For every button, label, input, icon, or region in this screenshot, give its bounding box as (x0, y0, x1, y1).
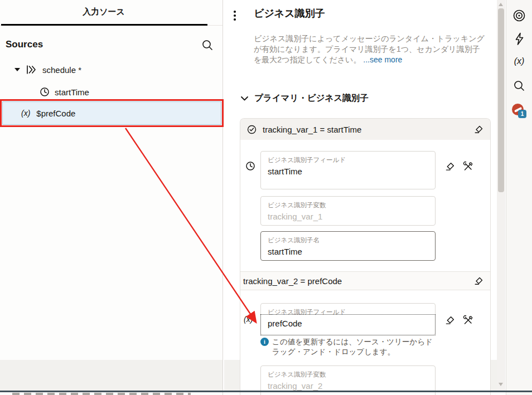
tracker1-header-label: tracking_var_1 = startTime (263, 125, 361, 134)
left-tab-bar: 入力ソース (0, 0, 223, 26)
tracker1-variable-label: ビジネス識別子変数 (268, 201, 428, 209)
chevron-down-icon (241, 96, 248, 101)
tracker1-name-label: ビジネス識別子名 (268, 236, 428, 245)
drag-drop-info-text: この値を更新するには、ソース・ツリーからドラッグ・アンド・ドロップします。 (272, 337, 436, 357)
sources-header: Sources (0, 37, 223, 53)
tree-item-prefcode-label: $prefCode (36, 109, 75, 118)
scrollbar-thumb[interactable] (498, 8, 504, 192)
tracker2-header: tracking_var_2 = prefCode (240, 271, 490, 290)
tree-item-starttime[interactable]: startTime (40, 85, 89, 99)
see-more-link[interactable]: ...see more (363, 55, 402, 64)
bottom-divider (0, 391, 532, 392)
primary-identifier-section-header[interactable]: プライマリ・ビジネス識別子 (241, 92, 369, 104)
tab-input-sources-label: 入力ソース (83, 7, 125, 17)
info-icon: i (260, 338, 269, 346)
tracker1-variable-input[interactable]: ビジネス識別子変数 tracking_var_1 (260, 196, 436, 226)
business-identifier-panel: ビジネス識別子 ビジネス識別子によってメッセージのランタイム・トラッキングが有効… (224, 0, 497, 395)
tracker2-header-label: tracking_var_2 = prefCode (243, 276, 342, 286)
expression-icon: (x) (244, 315, 253, 324)
input-sources-panel: 入力ソース Sources schedule * startTime (x) $… (0, 0, 223, 395)
check-circle-icon (247, 125, 257, 134)
scroll-up-icon[interactable] (499, 3, 503, 6)
tracker1-name-value: startTime (268, 247, 428, 256)
expression-icon: (x) (21, 109, 30, 118)
left-panel-footer-area (0, 360, 223, 391)
clipped-bottom-text (12, 393, 191, 395)
tracker2-variable-value: tracking_var_2 (268, 381, 428, 391)
eraser-icon[interactable] (473, 125, 483, 134)
tracker2-actions (444, 315, 473, 326)
panel-title: ビジネス識別子 (254, 7, 325, 20)
tree-item-prefcode[interactable]: (x) $prefCode (2, 101, 221, 125)
tree-item-starttime-label: startTime (55, 87, 89, 97)
scroll-down-icon[interactable] (499, 383, 503, 386)
lightning-icon[interactable] (506, 32, 532, 46)
tracker2-variable-label: ビジネス識別子変数 (268, 370, 428, 379)
schedule-icon (25, 65, 37, 75)
expression-icon[interactable]: (x) (506, 56, 532, 66)
eraser-icon[interactable] (444, 162, 455, 172)
tools-icon[interactable] (462, 315, 473, 326)
error-count-badge: 1 (518, 110, 526, 118)
sources-title: Sources (6, 39, 43, 50)
expand-caret-icon[interactable] (14, 68, 20, 71)
panel-scrollbar[interactable] (497, 0, 505, 391)
tracker1-field-label: ビジネス識別子フィールド (268, 156, 428, 164)
expression-glyph: (x) (514, 56, 525, 66)
clock-icon (40, 87, 50, 97)
drag-drop-info-note: i この値を更新するには、ソース・ツリーからドラッグ・アンド・ドロップします。 (260, 337, 436, 357)
tracker1-header: tracking_var_1 = startTime (240, 119, 490, 140)
tracker1-actions (444, 161, 473, 172)
search-icon[interactable] (506, 80, 532, 92)
right-icon-rail: (x) 1 (506, 0, 532, 395)
active-tab-indicator (1, 24, 207, 26)
drop-target-outline (260, 314, 436, 335)
clock-icon (245, 161, 255, 171)
panel-menu-button[interactable] (229, 9, 240, 24)
annotation-highlight-box: (x) $prefCode (0, 99, 224, 127)
tree-item-schedule[interactable]: schedule * (14, 62, 81, 77)
eraser-icon[interactable] (473, 276, 483, 286)
tree-item-schedule-label: schedule * (42, 65, 81, 75)
tracker1-name-input[interactable]: ビジネス識別子名 startTime (260, 231, 436, 261)
tracker2-field-droptarget[interactable]: ビジネス識別子フィールド prefCode (260, 303, 436, 335)
target-icon[interactable] (506, 8, 532, 23)
identifiers-card: tracking_var_1 = startTime ビジネス識別子フィールド … (240, 118, 491, 395)
tracker1-field-input[interactable]: ビジネス識別子フィールド startTime (260, 151, 436, 189)
tools-icon[interactable] (462, 161, 473, 172)
tracker1-variable-value: tracking_var_1 (268, 212, 428, 221)
eraser-icon[interactable] (444, 315, 455, 325)
panel-description: ビジネス識別子によってメッセージのランタイム・トラッキングが有効になります。プラ… (254, 33, 486, 65)
search-icon[interactable] (201, 39, 214, 51)
errors-icon[interactable]: 1 (506, 104, 532, 119)
primary-identifier-section-label: プライマリ・ビジネス識別子 (254, 92, 369, 104)
tab-input-sources[interactable]: 入力ソース (0, 0, 207, 24)
tracker1-field-value: startTime (268, 167, 428, 176)
